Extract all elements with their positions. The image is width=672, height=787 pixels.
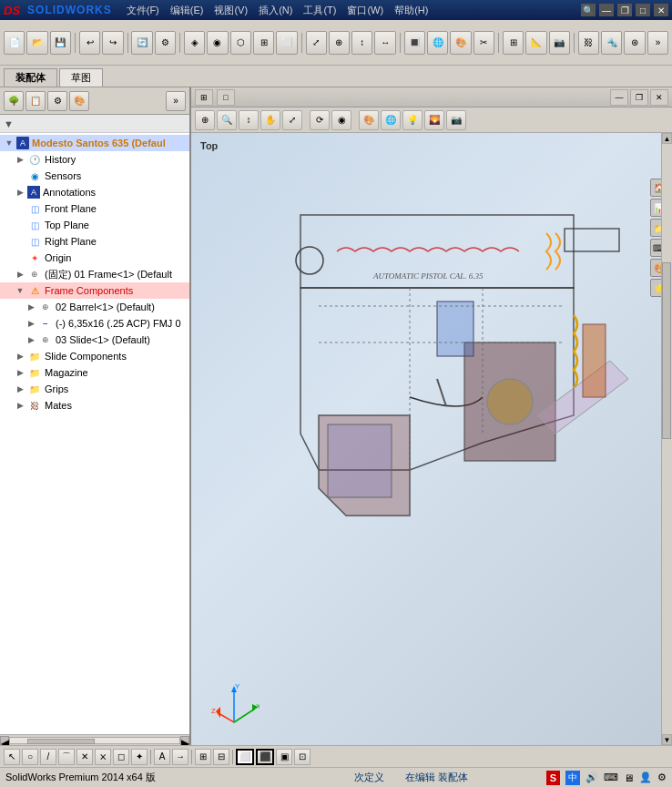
view5-button[interactable]: ⬜ (276, 31, 297, 55)
lights-btn[interactable]: 💡 (402, 110, 423, 130)
measure-button[interactable]: 📐 (525, 31, 546, 55)
draw-arc-btn[interactable]: ⌒ (58, 749, 75, 765)
wireframe-btn[interactable]: 🌐 (381, 110, 401, 130)
view4-button[interactable]: ⊞ (253, 31, 274, 55)
display-btn[interactable]: 🎨 (69, 91, 89, 111)
tree-item-grips[interactable]: ▶ 📁 Grips (0, 381, 189, 397)
orient3-button[interactable]: ↕ (351, 31, 372, 55)
expand-framecomp[interactable]: ▼ (15, 285, 25, 296)
tree-item-root[interactable]: ▼ A Modesto Santos 635 (Defaul (0, 135, 189, 151)
menu-window[interactable]: 窗口(W) (347, 4, 383, 17)
expand-slide[interactable]: ▶ (25, 334, 36, 345)
draw-line-btn[interactable]: / (40, 749, 56, 765)
vp-restore-btn[interactable]: ❐ (630, 89, 648, 106)
hscroll-right[interactable]: ▶ (180, 736, 189, 745)
draw-x2-btn[interactable]: ⨯ (95, 749, 111, 765)
expand-comp1[interactable]: ▶ (15, 269, 25, 280)
draw-grid-btn[interactable]: ⊞ (195, 749, 211, 765)
orient2-button[interactable]: ⊕ (329, 31, 350, 55)
vscroll-up[interactable]: ▲ (662, 133, 672, 144)
snap-button[interactable]: ⊞ (503, 31, 524, 55)
tree-item-comp1[interactable]: ▶ ⊕ (固定) 01 Frame<1> (Default (0, 266, 189, 282)
expand-origin[interactable] (15, 252, 25, 263)
camera-button[interactable]: 📷 (549, 31, 570, 55)
expand-history[interactable]: ▶ (15, 154, 25, 165)
menu-tools[interactable]: 工具(T) (303, 4, 336, 17)
draw-select-btn[interactable]: ↖ (4, 749, 20, 765)
expand-root[interactable]: ▼ (4, 138, 15, 148)
component-button[interactable]: 🔩 (601, 31, 622, 55)
close-button[interactable]: ✕ (654, 4, 668, 16)
tree-item-top-plane[interactable]: ◫ Top Plane (0, 217, 189, 233)
config-btn[interactable]: ⚙ (47, 91, 67, 111)
zoom-in-btn[interactable]: 🔍 (217, 110, 237, 130)
zoom-box-btn[interactable]: ⤢ (282, 110, 302, 130)
vscroll-down[interactable]: ▼ (662, 734, 672, 745)
vp-vscroll[interactable]: ▲ ▼ (661, 133, 672, 745)
tab-drawing[interactable]: 草图 (59, 68, 103, 87)
user-icon[interactable]: 👤 (639, 772, 652, 783)
options-button[interactable]: ⚙ (155, 31, 176, 55)
hscroll-left[interactable]: ◀ (0, 736, 9, 745)
expand-annotations[interactable]: ▶ (15, 187, 25, 198)
shaded-btn[interactable]: 🎨 (359, 110, 379, 130)
expand-topplane[interactable] (15, 220, 25, 230)
pattern-button[interactable]: ⊛ (624, 31, 645, 55)
vp-max-btn[interactable]: □ (217, 89, 235, 106)
draw-point-btn[interactable]: ✦ (131, 749, 148, 765)
property-btn[interactable]: 📋 (25, 91, 46, 111)
undo-button[interactable]: ↩ (79, 31, 100, 55)
pan-btn[interactable]: ✋ (260, 110, 280, 130)
tree-item-origin[interactable]: ✦ Origin (0, 250, 189, 266)
vp-tile-btn[interactable]: ⊞ (195, 89, 213, 106)
rebuild-button[interactable]: 🔄 (131, 31, 152, 55)
tree-item-sensors[interactable]: ◉ Sensors (0, 168, 189, 184)
tree-item-front-plane[interactable]: ◫ Front Plane (0, 200, 189, 217)
collapse-btn[interactable]: » (166, 91, 186, 111)
display3-button[interactable]: 🎨 (450, 31, 471, 55)
tree-item-annotations[interactable]: ▶ A Annotations (0, 184, 189, 200)
camera-btn[interactable]: 📷 (446, 110, 466, 130)
menu-view[interactable]: 视图(V) (214, 4, 248, 17)
draw-x-btn[interactable]: ✕ (76, 749, 93, 765)
draw-arrow-btn[interactable]: → (172, 749, 188, 765)
expand-bullet[interactable]: ▶ (25, 318, 36, 329)
draw-rect2-btn[interactable]: ⬜ (236, 749, 254, 765)
tree-item-history[interactable]: ▶ 🕐 History (0, 151, 189, 168)
tab-assembly[interactable]: 装配体 (4, 68, 57, 87)
expand-frontplane[interactable] (15, 203, 25, 214)
vscroll-track[interactable] (662, 144, 672, 734)
view1-button[interactable]: ◈ (184, 31, 205, 55)
menu-edit[interactable]: 编辑(E) (170, 4, 204, 17)
tree-item-mates[interactable]: ▶ ⛓ Mates (0, 397, 189, 414)
menu-help[interactable]: 帮助(H) (394, 4, 428, 17)
draw-circle-btn[interactable]: ○ (22, 749, 38, 765)
keyboard-status-icon[interactable]: ⌨ (604, 772, 618, 783)
display1-button[interactable]: 🔳 (404, 31, 425, 55)
settings-icon[interactable]: ⚙ (657, 772, 667, 783)
tree-item-barrel[interactable]: ▶ ⊕ 02 Barrel<1> (Default) (0, 299, 189, 315)
expand-grips[interactable]: ▶ (15, 383, 25, 394)
panel-hscroll[interactable]: ◀ ▶ (0, 734, 189, 745)
vp-min-btn[interactable]: — (610, 89, 628, 106)
extra-button[interactable]: » (647, 31, 668, 55)
expand-magazine[interactable]: ▶ (15, 367, 25, 378)
audio-icon[interactable]: 🔊 (585, 772, 598, 783)
search-icon[interactable]: 🔍 (581, 4, 596, 16)
feature-tree-btn[interactable]: 🌳 (4, 91, 24, 111)
expand-barrel[interactable]: ▶ (25, 302, 36, 312)
orient-btn[interactable]: ⟳ (310, 110, 330, 130)
display-status-icon[interactable]: 🖥 (624, 772, 634, 783)
maximize-button[interactable]: □ (636, 4, 650, 16)
tree-item-slide[interactable]: ▶ ⊕ 03 Slide<1> (Default) (0, 332, 189, 348)
draw-half-btn[interactable]: ▣ (276, 749, 292, 765)
section-button[interactable]: ✂ (473, 31, 494, 55)
tree-item-right-plane[interactable]: ◫ Right Plane (0, 233, 189, 250)
minimize-button[interactable]: — (599, 4, 614, 16)
expand-slidecomp[interactable]: ▶ (15, 351, 25, 362)
draw-dot-btn[interactable]: ⊡ (294, 749, 311, 765)
vp-close-btn[interactable]: ✕ (650, 89, 668, 106)
draw-text-btn[interactable]: A (154, 749, 170, 765)
viewport-canvas[interactable]: Top (191, 133, 672, 745)
rotate-btn[interactable]: ↕ (239, 110, 259, 130)
